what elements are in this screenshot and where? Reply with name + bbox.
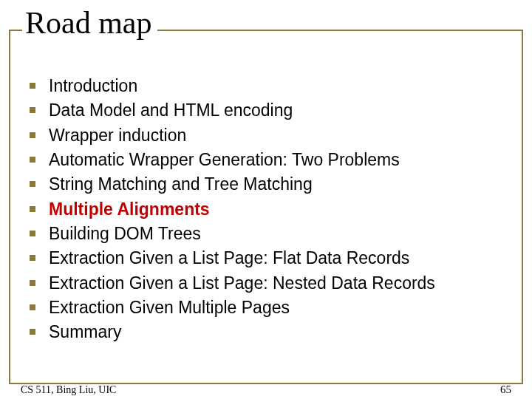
footer: CS 511, Bing Liu, UIC 65 bbox=[21, 383, 511, 396]
list-item-text: String Matching and Tree Matching bbox=[49, 172, 313, 197]
list-item-text: Extraction Given a List Page: Nested Dat… bbox=[49, 271, 435, 296]
square-bullet-icon bbox=[30, 181, 35, 187]
list-item: Multiple Alignments bbox=[30, 197, 502, 222]
list-item: Automatic Wrapper Generation: Two Proble… bbox=[30, 148, 502, 172]
slide-title: Road map bbox=[25, 6, 151, 40]
list-item: Data Model and HTML encoding bbox=[30, 98, 502, 123]
square-bullet-icon bbox=[30, 132, 35, 138]
square-bullet-icon bbox=[30, 231, 35, 236]
bullet-list: IntroductionData Model and HTML encoding… bbox=[30, 74, 502, 345]
list-item: Extraction Given a List Page: Nested Dat… bbox=[30, 271, 502, 296]
square-bullet-icon bbox=[30, 107, 35, 113]
list-item: Wrapper induction bbox=[30, 123, 502, 148]
square-bullet-icon bbox=[30, 280, 35, 286]
list-item: Extraction Given a List Page: Flat Data … bbox=[30, 246, 502, 270]
list-item: Introduction bbox=[30, 74, 502, 98]
list-item-text: Multiple Alignments bbox=[49, 197, 210, 222]
list-item-text: Summary bbox=[49, 320, 121, 344]
list-item-text: Automatic Wrapper Generation: Two Proble… bbox=[49, 148, 400, 172]
title-wrap: Road map bbox=[22, 6, 157, 40]
square-bullet-icon bbox=[30, 83, 35, 89]
list-item: String Matching and Tree Matching bbox=[30, 172, 502, 197]
list-item-text: Building DOM Trees bbox=[49, 222, 201, 246]
list-item-text: Wrapper induction bbox=[49, 123, 186, 148]
list-item: Summary bbox=[30, 320, 502, 344]
list-item: Extraction Given Multiple Pages bbox=[30, 296, 502, 320]
square-bullet-icon bbox=[30, 304, 35, 310]
content-area: IntroductionData Model and HTML encoding… bbox=[30, 74, 502, 345]
square-bullet-icon bbox=[30, 206, 35, 212]
square-bullet-icon bbox=[30, 157, 35, 163]
list-item-text: Introduction bbox=[49, 74, 137, 98]
square-bullet-icon bbox=[30, 329, 35, 335]
list-item: Building DOM Trees bbox=[30, 222, 502, 246]
slide: Road map IntroductionData Model and HTML… bbox=[0, 0, 532, 399]
list-item-text: Extraction Given Multiple Pages bbox=[49, 296, 290, 320]
footer-left: CS 511, Bing Liu, UIC bbox=[21, 384, 116, 396]
square-bullet-icon bbox=[30, 255, 35, 261]
page-number: 65 bbox=[500, 383, 511, 396]
list-item-text: Extraction Given a List Page: Flat Data … bbox=[49, 246, 409, 270]
list-item-text: Data Model and HTML encoding bbox=[49, 98, 293, 123]
